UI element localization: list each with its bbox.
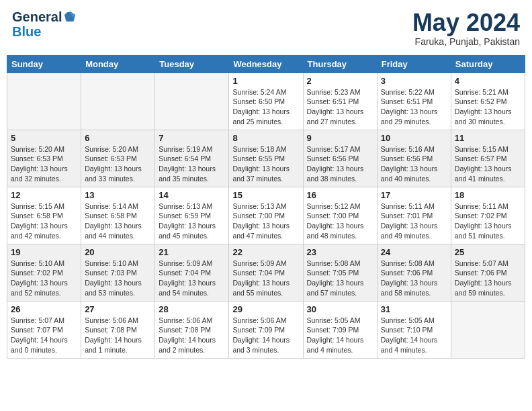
calendar-day: 21Sunrise: 5:09 AMSunset: 7:04 PMDayligh… [155,244,229,301]
day-info: Sunrise: 5:13 AMSunset: 6:59 PMDaylight:… [159,201,225,241]
logo-icon [62,9,77,24]
calendar-day: 18Sunrise: 5:11 AMSunset: 7:02 PMDayligh… [451,187,525,244]
calendar-day: 6Sunrise: 5:20 AMSunset: 6:53 PMDaylight… [81,130,155,187]
calendar-day: 27Sunrise: 5:06 AMSunset: 7:08 PMDayligh… [81,301,155,358]
day-number: 28 [159,304,225,314]
calendar-day: 9Sunrise: 5:17 AMSunset: 6:56 PMDaylight… [303,130,377,187]
calendar-header-row: SundayMondayTuesdayWednesdayThursdayFrid… [7,55,525,73]
day-number: 30 [307,304,373,314]
svg-marker-1 [64,11,75,21]
day-number: 9 [307,133,373,143]
calendar-day: 7Sunrise: 5:19 AMSunset: 6:54 PMDaylight… [155,130,229,187]
day-info: Sunrise: 5:18 AMSunset: 6:55 PMDaylight:… [232,144,299,184]
calendar-day: 17Sunrise: 5:11 AMSunset: 7:01 PMDayligh… [377,187,451,244]
day-info: Sunrise: 5:19 AMSunset: 6:54 PMDaylight:… [159,144,225,184]
day-number: 17 [381,190,447,200]
day-info: Sunrise: 5:09 AMSunset: 7:04 PMDaylight:… [232,259,299,298]
calendar-day [81,73,155,130]
calendar-day: 2Sunrise: 5:23 AMSunset: 6:51 PMDaylight… [303,73,377,130]
day-number: 16 [307,190,373,200]
calendar-day: 5Sunrise: 5:20 AMSunset: 6:53 PMDaylight… [7,130,81,187]
day-info: Sunrise: 5:08 AMSunset: 7:05 PMDaylight:… [307,259,373,298]
day-info: Sunrise: 5:20 AMSunset: 6:53 PMDaylight:… [11,144,77,184]
day-info: Sunrise: 5:15 AMSunset: 6:57 PMDaylight:… [455,144,521,184]
day-info: Sunrise: 5:20 AMSunset: 6:53 PMDaylight:… [85,144,151,184]
day-info: Sunrise: 5:23 AMSunset: 6:51 PMDaylight:… [307,87,373,127]
calendar-day: 22Sunrise: 5:09 AMSunset: 7:04 PMDayligh… [229,244,303,301]
logo-general: General [12,9,62,24]
calendar-day: 13Sunrise: 5:14 AMSunset: 6:58 PMDayligh… [81,187,155,244]
logo: General Blue [12,9,77,39]
day-info: Sunrise: 5:14 AMSunset: 6:58 PMDaylight:… [85,201,151,241]
calendar-day: 16Sunrise: 5:12 AMSunset: 7:00 PMDayligh… [303,187,377,244]
calendar-day: 12Sunrise: 5:15 AMSunset: 6:58 PMDayligh… [7,187,81,244]
day-info: Sunrise: 5:09 AMSunset: 7:04 PMDaylight:… [159,259,225,298]
day-number: 13 [85,190,151,200]
day-info: Sunrise: 5:16 AMSunset: 6:56 PMDaylight:… [381,144,447,184]
calendar-day: 15Sunrise: 5:13 AMSunset: 7:00 PMDayligh… [229,187,303,244]
weekday-header-wednesday: Wednesday [229,55,303,73]
day-number: 31 [381,304,447,314]
day-info: Sunrise: 5:05 AMSunset: 7:09 PMDaylight:… [307,316,373,355]
calendar-day: 11Sunrise: 5:15 AMSunset: 6:57 PMDayligh… [451,130,525,187]
calendar-week-row: 19Sunrise: 5:10 AMSunset: 7:02 PMDayligh… [7,244,525,301]
day-number: 2 [307,76,373,86]
calendar-day: 23Sunrise: 5:08 AMSunset: 7:05 PMDayligh… [303,244,377,301]
logo-blue: Blue [12,24,41,39]
day-number: 21 [159,247,225,257]
day-number: 29 [232,304,299,314]
day-number: 26 [11,304,77,314]
calendar-day: 4Sunrise: 5:21 AMSunset: 6:52 PMDaylight… [451,73,525,130]
day-number: 11 [455,133,521,143]
day-number: 18 [455,190,521,200]
page-header: General Blue May 2024 Faruka, Punjab, Pa… [7,7,525,50]
day-number: 12 [11,190,77,200]
calendar-week-row: 26Sunrise: 5:07 AMSunset: 7:07 PMDayligh… [7,301,525,358]
day-number: 15 [232,190,299,200]
calendar-week-row: 1Sunrise: 5:24 AMSunset: 6:50 PMDaylight… [7,73,525,130]
calendar-day: 28Sunrise: 5:06 AMSunset: 7:08 PMDayligh… [155,301,229,358]
calendar-day: 14Sunrise: 5:13 AMSunset: 6:59 PMDayligh… [155,187,229,244]
day-number: 14 [159,190,225,200]
day-info: Sunrise: 5:05 AMSunset: 7:10 PMDaylight:… [381,316,447,355]
calendar-day: 19Sunrise: 5:10 AMSunset: 7:02 PMDayligh… [7,244,81,301]
day-info: Sunrise: 5:15 AMSunset: 6:58 PMDaylight:… [11,201,77,241]
weekday-header-monday: Monday [81,55,155,73]
day-number: 24 [381,247,447,257]
day-number: 19 [11,247,77,257]
calendar-day: 29Sunrise: 5:06 AMSunset: 7:09 PMDayligh… [229,301,303,358]
day-info: Sunrise: 5:22 AMSunset: 6:51 PMDaylight:… [381,87,447,127]
calendar-day: 8Sunrise: 5:18 AMSunset: 6:55 PMDaylight… [229,130,303,187]
day-info: Sunrise: 5:07 AMSunset: 7:07 PMDaylight:… [11,316,77,355]
day-info: Sunrise: 5:06 AMSunset: 7:09 PMDaylight:… [232,316,299,355]
calendar-day: 24Sunrise: 5:08 AMSunset: 7:06 PMDayligh… [377,244,451,301]
day-info: Sunrise: 5:06 AMSunset: 7:08 PMDaylight:… [159,316,225,355]
location: Faruka, Punjab, Pakistan [412,36,520,47]
calendar-day: 3Sunrise: 5:22 AMSunset: 6:51 PMDaylight… [377,73,451,130]
day-info: Sunrise: 5:10 AMSunset: 7:03 PMDaylight:… [85,259,151,298]
day-info: Sunrise: 5:08 AMSunset: 7:06 PMDaylight:… [381,259,447,298]
day-number: 25 [455,247,521,257]
calendar-table: SundayMondayTuesdayWednesdayThursdayFrid… [7,55,525,359]
weekday-header-friday: Friday [377,55,451,73]
calendar-day: 26Sunrise: 5:07 AMSunset: 7:07 PMDayligh… [7,301,81,358]
day-number: 3 [381,76,447,86]
day-info: Sunrise: 5:21 AMSunset: 6:52 PMDaylight:… [455,87,521,127]
calendar-day [155,73,229,130]
day-info: Sunrise: 5:10 AMSunset: 7:02 PMDaylight:… [11,259,77,298]
day-info: Sunrise: 5:11 AMSunset: 7:02 PMDaylight:… [455,201,521,241]
day-info: Sunrise: 5:12 AMSunset: 7:00 PMDaylight:… [307,201,373,241]
calendar-day: 30Sunrise: 5:05 AMSunset: 7:09 PMDayligh… [303,301,377,358]
day-info: Sunrise: 5:13 AMSunset: 7:00 PMDaylight:… [232,201,299,241]
calendar-day: 31Sunrise: 5:05 AMSunset: 7:10 PMDayligh… [377,301,451,358]
day-number: 5 [11,133,77,143]
day-number: 22 [232,247,299,257]
calendar-week-row: 12Sunrise: 5:15 AMSunset: 6:58 PMDayligh… [7,187,525,244]
calendar-day: 10Sunrise: 5:16 AMSunset: 6:56 PMDayligh… [377,130,451,187]
day-number: 20 [85,247,151,257]
weekday-header-sunday: Sunday [7,55,81,73]
day-info: Sunrise: 5:06 AMSunset: 7:08 PMDaylight:… [85,316,151,355]
calendar-day [7,73,81,130]
day-number: 6 [85,133,151,143]
day-number: 8 [232,133,299,143]
